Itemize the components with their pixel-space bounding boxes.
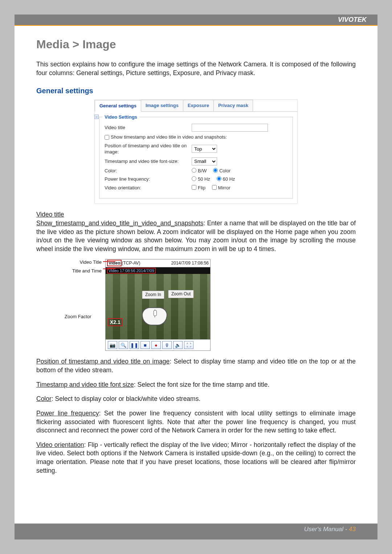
plf-60-option[interactable]: 60 Hz — [217, 176, 235, 182]
p3-rest: : Select the font size for the time stam… — [134, 381, 270, 388]
color-color-option[interactable]: Color — [213, 168, 230, 173]
p-orientation: Video orientation: Flip - vertically ref… — [36, 441, 356, 475]
p6-underline: Video orientation — [36, 441, 84, 448]
footer-text: User's Manual - 43 — [304, 526, 356, 533]
color-label: Color: — [105, 168, 192, 174]
p6-rest: : Flip - vertically reflect the display … — [36, 441, 356, 474]
p-show-timestamp: Show_timestamp_and video_title_in_video_… — [36, 219, 356, 254]
orient-flip-text: Flip — [198, 185, 205, 190]
orient-flip-option[interactable]: Flip — [192, 185, 205, 190]
fullscreen-icon: ⛶ — [187, 342, 191, 349]
brand-header: VIVOTEK — [15, 15, 377, 25]
video-window-timestamp: 2014/7/09 17:08:56 — [171, 260, 209, 266]
p4-underline: Color — [36, 395, 52, 402]
plf-50-text: 50 Hz — [198, 176, 210, 182]
general-settings-heading: General settings — [36, 86, 356, 96]
p2-underline: Position of timestamp and video title on… — [36, 358, 170, 365]
color-color-text: Color — [219, 168, 230, 173]
camera-icon: 📷 — [110, 342, 115, 349]
video-title-label: Video title — [105, 124, 192, 131]
video-title-highlight: Video — [107, 260, 122, 266]
callout-zoom-factor: Zoom Factor — [65, 313, 91, 320]
plf-60-text: 60 Hz — [223, 176, 235, 182]
plf-50-option[interactable]: 50 Hz — [192, 176, 210, 182]
fontsize-select[interactable]: Small — [192, 157, 217, 165]
fieldset-legend: Video Settings — [102, 114, 139, 120]
magnifier-icon: 🔍 — [121, 342, 126, 349]
orientation-label: Video orientation: — [105, 185, 192, 191]
video-title-subhead: Video title — [36, 210, 356, 219]
speaker-icon: 🔈 — [175, 342, 181, 349]
stop-button[interactable]: ■ — [140, 341, 150, 349]
plf-60-radio[interactable] — [217, 176, 221, 181]
plf-50-radio[interactable] — [192, 176, 196, 181]
p-position: Position of timestamp and video title on… — [36, 357, 356, 374]
page-number: 43 — [349, 526, 356, 533]
color-bw-option[interactable]: B/W — [192, 168, 207, 173]
fullscreen-button[interactable]: ⛶ — [184, 341, 193, 349]
callout-video-title: Video Title — [54, 259, 102, 266]
footer-prefix: User's Manual - — [304, 526, 349, 533]
tab-image-settings[interactable]: Image settings — [141, 100, 183, 111]
mic-icon: 🎙 — [165, 342, 170, 349]
orient-mirror-option[interactable]: Mirror — [212, 185, 230, 190]
video-window: Video(TCP-AV) 2014/7/09 17:08:56 Video 1… — [105, 259, 211, 351]
orient-mirror-text: Mirror — [218, 185, 230, 190]
orient-mirror-checkbox[interactable] — [212, 185, 217, 190]
video-settings-fieldset: − Video Settings Video title Show timest… — [99, 117, 293, 198]
record-icon: ● — [155, 342, 158, 349]
video-protocol: (TCP-AV) — [122, 260, 140, 266]
mic-button[interactable]: 🎙 — [162, 341, 172, 349]
fontsize-label: Timestamp and video title font-size: — [105, 158, 192, 165]
callout-line-icon — [103, 268, 115, 269]
plf-label: Power line frequency: — [105, 176, 192, 182]
zoom-factor-indicator: X2.1 — [108, 318, 123, 327]
collapse-icon[interactable]: − — [94, 115, 99, 119]
tab-general-settings[interactable]: General settings — [95, 100, 141, 112]
tab-bar: General settings Image settings Exposure… — [95, 100, 297, 112]
video-title-input[interactable] — [192, 124, 268, 132]
p3-underline: Timestamp and video title font size — [36, 381, 134, 388]
orient-flip-checkbox[interactable] — [192, 185, 196, 190]
speaker-button[interactable]: 🔈 — [173, 341, 183, 349]
position-select[interactable]: Top — [192, 145, 217, 153]
mouse-icon — [142, 307, 167, 325]
p1-underline: Show_timestamp_and video_title_in_video_… — [36, 219, 203, 227]
pause-icon: ❚❚ — [130, 342, 138, 349]
page-title: Media > Image — [36, 37, 356, 52]
record-button[interactable]: ● — [151, 341, 161, 349]
video-toolbar: 📷 🔍 ❚❚ ■ ● 🎙 🔈 ⛶ — [106, 339, 210, 350]
zoom-button[interactable]: 🔍 — [119, 341, 128, 349]
stop-icon: ■ — [144, 342, 147, 349]
p4-rest: : Select to display color or black/white… — [52, 395, 200, 402]
tab-exposure[interactable]: Exposure — [183, 100, 214, 111]
callout-title-time: Title and Time — [54, 268, 102, 274]
example-diagram: Video Title Title and Time Zoom Factor V… — [58, 259, 229, 351]
intro-paragraph: This section explains how to configure t… — [36, 60, 356, 77]
video-body: Zoom In Zoom Out X2.1 — [106, 274, 210, 339]
pause-button[interactable]: ❚❚ — [130, 341, 139, 349]
document-page: VIVOTEK Media > Image This section expla… — [15, 15, 377, 539]
snapshot-button[interactable]: 📷 — [108, 341, 117, 349]
p-plf: Power line frequency: Set the power line… — [36, 409, 356, 435]
position-label: Position of timestamp and video title on… — [105, 143, 192, 155]
color-bw-radio[interactable] — [192, 168, 196, 173]
settings-panel: General settings Image settings Exposure… — [94, 99, 298, 204]
color-color-radio[interactable] — [213, 168, 218, 173]
show-timestamp-label: Show timestamp and video title in video … — [111, 134, 227, 140]
p-color: Color: Select to display color or black/… — [36, 395, 356, 403]
tab-privacy-mask[interactable]: Privacy mask — [213, 100, 253, 111]
show-timestamp-checkbox[interactable] — [105, 135, 109, 140]
p-fontsize: Timestamp and video title font size: Sel… — [36, 381, 356, 389]
zoom-out-callout: Zoom Out — [168, 290, 194, 298]
content-area: Media > Image This section explains how … — [15, 26, 377, 475]
p5-underline: Power line frequency — [36, 410, 99, 417]
zoom-in-callout: Zoom In — [142, 291, 164, 299]
color-bw-text: B/W — [198, 168, 207, 173]
callout-line-icon — [103, 261, 115, 262]
